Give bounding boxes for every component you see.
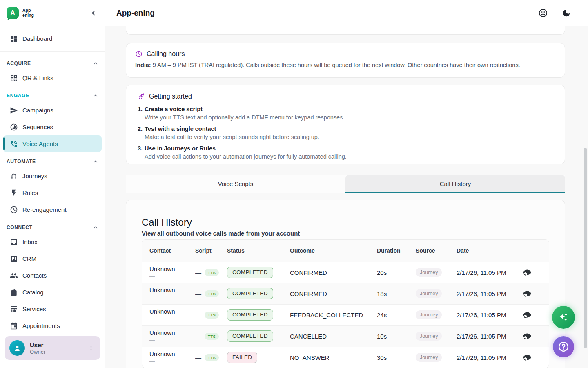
outcome-cell: NO_ANSWER: [283, 347, 370, 368]
calling-hours-country: India:: [135, 62, 151, 68]
sidebar-item-rules[interactable]: Rules: [3, 184, 102, 201]
sidebar-item-label: Voice Agents: [22, 140, 58, 147]
sidebar-collapse-button[interactable]: [89, 8, 98, 18]
column-duration: Duration: [370, 240, 408, 262]
source-badge: Journey: [416, 332, 442, 341]
sidebar-item-label: Appointments: [22, 322, 60, 329]
duration-cell: 20s: [370, 262, 408, 283]
route-icon: [10, 172, 18, 180]
view-call-button[interactable]: [522, 352, 532, 363]
status-badge: COMPLETED: [227, 267, 273, 278]
sidebar-item-campaigns[interactable]: Campaigns: [3, 102, 102, 119]
sidebar-item-journeys[interactable]: Journeys: [3, 168, 102, 184]
tts-badge: TTS: [205, 312, 219, 319]
sidebar-item-label: Catalog: [22, 289, 44, 296]
sidebar-item-catalog[interactable]: Catalog: [3, 284, 102, 301]
chevron-up-icon: [93, 159, 98, 164]
sparkles-icon: [558, 312, 569, 323]
call-history-table-container: Contact Script Status Outcome Duration S…: [142, 239, 549, 368]
tab-voice-scripts[interactable]: Voice Scripts: [126, 175, 345, 193]
app-logo-text: App- ening: [22, 8, 34, 18]
getting-started-card: Getting started 1. Create a voice script…: [126, 85, 565, 164]
sidebar-item-sequences[interactable]: Sequences: [3, 119, 102, 135]
column-contact: Contact: [142, 240, 188, 262]
calendar-icon: [10, 322, 18, 330]
sidebar-item-contacts[interactable]: Contacts: [3, 267, 102, 284]
help-button[interactable]: [553, 336, 574, 357]
ai-assistant-button[interactable]: [552, 306, 575, 329]
status-badge: COMPLETED: [227, 330, 273, 342]
sidebar-item-qr-links[interactable]: QR & Links: [3, 70, 102, 86]
user-name: User: [30, 341, 45, 348]
source-badge: Journey: [416, 289, 442, 298]
getting-started-step: 1. Create a voice script Write your TTS …: [138, 105, 553, 121]
dashboard-icon: [10, 35, 18, 43]
section-connect[interactable]: CONNECT: [0, 221, 105, 233]
moon-icon: [562, 9, 571, 18]
kanban-icon: [10, 255, 18, 263]
user-avatar: [9, 340, 25, 356]
clock-icon: [10, 206, 18, 214]
duration-cell: 10s: [370, 325, 408, 347]
outcome-cell: FEEDBACK_COLLECTED: [283, 304, 370, 325]
user-menu-button[interactable]: [86, 343, 96, 353]
tab-call-history[interactable]: Call History: [345, 175, 565, 193]
top-header: App-ening: [105, 0, 588, 26]
view-call-button[interactable]: [522, 288, 532, 299]
view-call-button[interactable]: [522, 331, 532, 341]
date-cell: 2/17/26, 11:05 PM: [449, 283, 514, 304]
page-content: Calling hours India: 9 AM – 9 PM IST (TR…: [105, 26, 588, 368]
eye-icon: [523, 289, 532, 298]
sidebar-item-dashboard[interactable]: Dashboard: [3, 30, 102, 47]
source-badge: Journey: [416, 268, 442, 277]
contact-name: Unknown: [149, 287, 188, 294]
duration-cell: 24s: [370, 304, 408, 325]
sidebar-item-appointments[interactable]: Appointments: [3, 317, 102, 330]
section-automate[interactable]: AUTOMATE: [0, 155, 105, 168]
inbox-icon: [10, 238, 18, 246]
sidebar-item-re-engagement[interactable]: Re-engagement: [3, 201, 102, 218]
date-cell: 2/17/26, 11:05 PM: [449, 304, 514, 325]
send-icon: [10, 106, 18, 114]
duration-cell: 30s: [370, 347, 408, 368]
page-title: App-ening: [116, 9, 155, 18]
calling-hours-title: Calling hours: [147, 50, 185, 58]
account-button[interactable]: [537, 7, 549, 19]
contact-name: Unknown: [149, 350, 188, 357]
app-logo-icon: A: [7, 7, 19, 19]
scrollbar-thumb[interactable]: [584, 148, 587, 348]
view-call-button[interactable]: [522, 267, 532, 278]
column-status: Status: [220, 240, 283, 262]
sidebar-item-inbox[interactable]: Inbox: [3, 233, 102, 250]
sidebar-item-label: Journeys: [22, 173, 47, 180]
clock-icon: [135, 50, 143, 58]
duration-cell: 18s: [370, 283, 408, 304]
section-engage[interactable]: ENGAGE: [0, 90, 105, 102]
contact-name: Unknown: [149, 329, 188, 336]
sidebar-item-services[interactable]: Services: [3, 301, 102, 317]
section-acquire[interactable]: ACQUIRE: [0, 57, 105, 70]
sidebar-item-voice-agents[interactable]: Voice Agents: [3, 135, 102, 152]
sidebar: A App- ening Dashboard ACQUIRE QR & Link…: [0, 0, 105, 368]
sidebar-item-label: Inbox: [22, 238, 38, 245]
sidebar-item-crm[interactable]: CRM: [3, 250, 102, 267]
sidebar-item-label: Rules: [22, 189, 38, 196]
table-row: Unknown— —TTS COMPLETED CONFIRMED 20s Jo…: [142, 262, 549, 283]
status-badge: COMPLETED: [227, 309, 273, 321]
calling-hours-card: Calling hours India: 9 AM – 9 PM IST (TR…: [126, 43, 565, 78]
column-script: Script: [188, 240, 220, 262]
getting-started-steps: 1. Create a voice script Write your TTS …: [138, 105, 553, 160]
user-card[interactable]: User Owner: [5, 336, 100, 360]
view-call-button[interactable]: [522, 310, 532, 320]
sidebar-nav: Dashboard ACQUIRE QR & Links ENGAGE Camp…: [0, 26, 105, 330]
table-row: Unknown— —TTS FAILED NO_ANSWER 30s Journ…: [142, 347, 549, 368]
date-cell: 2/17/26, 11:05 PM: [449, 262, 514, 283]
chevron-up-icon: [93, 224, 98, 230]
eye-icon: [523, 310, 532, 319]
theme-toggle-button[interactable]: [561, 8, 572, 18]
question-icon: [557, 341, 570, 353]
person-icon: [12, 343, 22, 353]
scrolled-card-remnant: [126, 26, 565, 35]
sidebar-item-label: Services: [22, 305, 46, 312]
app-logo[interactable]: A App- ening: [7, 7, 34, 19]
